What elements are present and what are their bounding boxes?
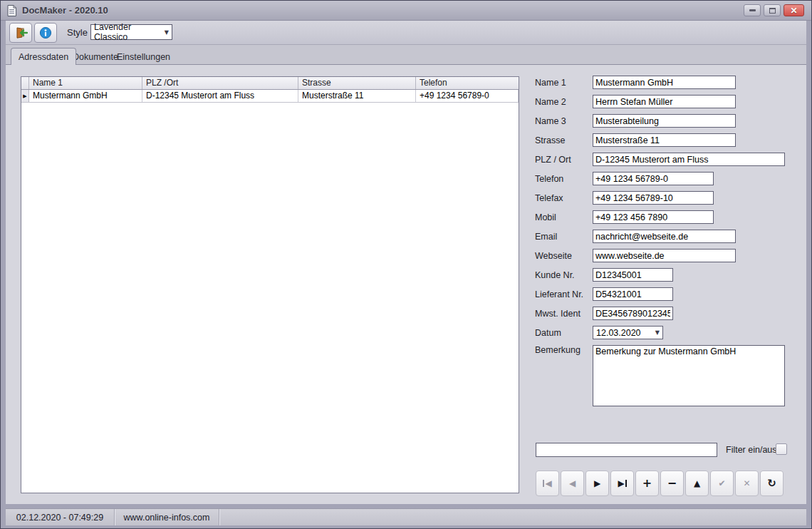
grid-column-header[interactable]: Strasse bbox=[298, 77, 416, 89]
kunde-nr-field[interactable] bbox=[593, 268, 673, 282]
grid-cell-strasse[interactable]: Musterstraße 11 bbox=[298, 90, 416, 102]
bemerkung-field[interactable]: Bemerkung zur Mustermann GmbH bbox=[593, 345, 785, 406]
tab-strip: Adressdaten Dokumente Einstellungen bbox=[6, 45, 806, 65]
prior-record-icon: ◀ bbox=[569, 479, 576, 488]
window-title: DocMaker - 2020.10 bbox=[22, 5, 108, 16]
status-datetime: 02.12.2020 - 07:49:29 bbox=[6, 509, 115, 525]
grid-column-header[interactable]: Name 1 bbox=[29, 77, 142, 89]
webseite-field[interactable] bbox=[593, 249, 736, 262]
tab-adressdaten[interactable]: Adressdaten bbox=[11, 48, 76, 65]
app-window: DocMaker - 2020.10 ✕ bbox=[0, 0, 812, 529]
telefon-label: Telefon bbox=[535, 174, 593, 184]
refresh-icon: ↻ bbox=[767, 478, 776, 489]
kunde-nr-label: Kunde Nr. bbox=[535, 270, 593, 280]
name3-field[interactable] bbox=[593, 114, 736, 128]
nav-first-button[interactable]: ◀ bbox=[536, 471, 559, 496]
tab-label: Einstellungen bbox=[117, 52, 170, 62]
lieferant-nr-label: Lieferant Nr. bbox=[535, 289, 593, 299]
filter-label: Filter ein/aus bbox=[726, 445, 777, 455]
delete-record-icon: − bbox=[667, 478, 677, 489]
minimize-button[interactable] bbox=[744, 4, 761, 16]
grid-cell-name1[interactable]: Mustermann GmbH bbox=[29, 90, 142, 102]
style-label: Style bbox=[67, 27, 88, 38]
style-dropdown-value: Lavender Classico bbox=[94, 22, 165, 42]
telefax-field[interactable] bbox=[593, 191, 714, 205]
tab-label: Adressdaten bbox=[19, 52, 68, 62]
close-icon: ✕ bbox=[790, 6, 797, 16]
status-website: www.online-infos.com bbox=[115, 509, 219, 525]
first-record-icon: ◀ bbox=[545, 479, 551, 488]
nav-next-button[interactable]: ▶ bbox=[585, 471, 609, 496]
mobil-label: Mobil bbox=[535, 212, 593, 222]
table-row[interactable]: ▶ Mustermann GmbH D-12345 Musterort am F… bbox=[21, 90, 519, 103]
db-navigator: ◀ ◀ ▶ ▶ + − ▲ ✔ bbox=[536, 471, 784, 496]
last-record-icon: ▶ bbox=[618, 479, 624, 488]
grid-column-header[interactable]: PLZ /Ort bbox=[142, 77, 298, 89]
telefon-field[interactable] bbox=[593, 172, 714, 185]
nav-edit-button[interactable]: ▲ bbox=[685, 471, 709, 496]
adressdaten-panel: Name 1 PLZ /Ort Strasse Telefon ▶ Muster… bbox=[6, 64, 806, 504]
mwst-ident-field[interactable] bbox=[593, 307, 673, 320]
datum-dropdown[interactable]: 12.03.2020 ▼ bbox=[593, 326, 663, 339]
bemerkung-label: Bemerkung bbox=[535, 345, 593, 355]
close-button[interactable]: ✕ bbox=[784, 4, 804, 16]
post-edit-icon: ✔ bbox=[718, 479, 725, 488]
status-empty-panel bbox=[219, 509, 806, 525]
edit-record-icon: ▲ bbox=[694, 479, 700, 488]
nav-prior-button[interactable]: ◀ bbox=[561, 471, 584, 496]
plz-ort-field[interactable] bbox=[593, 153, 785, 166]
nav-cancel-button[interactable]: ✕ bbox=[735, 471, 759, 496]
name1-field[interactable] bbox=[593, 76, 736, 89]
strasse-label: Strasse bbox=[535, 135, 593, 145]
last-record-icon bbox=[625, 480, 627, 487]
status-bar: 02.12.2020 - 07:49:29 www.online-infos.c… bbox=[6, 508, 806, 525]
app-document-icon bbox=[6, 5, 17, 16]
plz-ort-label: PLZ / Ort bbox=[535, 155, 593, 165]
minimize-icon bbox=[749, 9, 756, 11]
toolbar: Style Lavender Classico ▼ bbox=[6, 21, 806, 45]
style-dropdown[interactable]: Lavender Classico ▼ bbox=[90, 24, 172, 40]
grid-indicator-column-header bbox=[21, 77, 29, 89]
info-icon bbox=[39, 26, 52, 39]
exit-door-icon bbox=[14, 26, 28, 39]
filter-checkbox[interactable] bbox=[776, 443, 787, 455]
chevron-down-icon: ▼ bbox=[165, 29, 169, 36]
nav-last-button[interactable]: ▶ bbox=[610, 471, 634, 496]
datum-label: Datum bbox=[535, 328, 593, 338]
maximize-button[interactable] bbox=[764, 4, 781, 16]
address-grid[interactable]: Name 1 PLZ /Ort Strasse Telefon ▶ Muster… bbox=[21, 76, 519, 493]
telefax-label: Telefax bbox=[535, 193, 593, 203]
nav-delete-button[interactable]: − bbox=[660, 471, 684, 496]
grid-cell-telefon[interactable]: +49 1234 56789-0 bbox=[416, 90, 519, 102]
nav-refresh-button[interactable]: ↻ bbox=[760, 471, 784, 496]
email-field[interactable] bbox=[593, 230, 736, 243]
strasse-field[interactable] bbox=[593, 133, 736, 147]
name3-label: Name 3 bbox=[535, 116, 593, 126]
nav-insert-button[interactable]: + bbox=[635, 471, 659, 496]
filter-input[interactable] bbox=[536, 443, 717, 457]
info-button[interactable] bbox=[34, 23, 57, 43]
insert-record-icon: + bbox=[642, 478, 652, 489]
mwst-ident-label: Mwst. Ident bbox=[535, 309, 593, 319]
maximize-icon bbox=[769, 8, 776, 14]
chevron-down-icon: ▼ bbox=[655, 329, 660, 336]
name2-field[interactable] bbox=[593, 95, 736, 108]
lieferant-nr-field[interactable] bbox=[593, 287, 673, 301]
cancel-edit-icon: ✕ bbox=[743, 479, 750, 488]
grid-header-row: Name 1 PLZ /Ort Strasse Telefon bbox=[21, 77, 519, 90]
current-row-indicator-icon: ▶ bbox=[21, 90, 29, 102]
tab-einstellungen[interactable]: Einstellungen bbox=[110, 49, 177, 65]
name1-label: Name 1 bbox=[535, 78, 593, 88]
title-bar[interactable]: DocMaker - 2020.10 ✕ bbox=[1, 1, 811, 21]
name2-label: Name 2 bbox=[535, 97, 593, 107]
grid-cell-plz-ort[interactable]: D-12345 Musterort am Fluss bbox=[142, 90, 298, 102]
exit-button[interactable] bbox=[9, 23, 32, 43]
email-label: Email bbox=[535, 232, 593, 242]
mobil-field[interactable] bbox=[593, 210, 714, 224]
grid-column-header[interactable]: Telefon bbox=[416, 77, 519, 89]
address-detail-form: Name 1 Name 2 Name 3 Strasse PLZ / Ort T… bbox=[535, 76, 785, 406]
webseite-label: Webseite bbox=[535, 251, 593, 261]
first-record-icon bbox=[543, 480, 544, 487]
datum-value: 12.03.2020 bbox=[596, 328, 641, 338]
nav-post-button[interactable]: ✔ bbox=[710, 471, 734, 496]
